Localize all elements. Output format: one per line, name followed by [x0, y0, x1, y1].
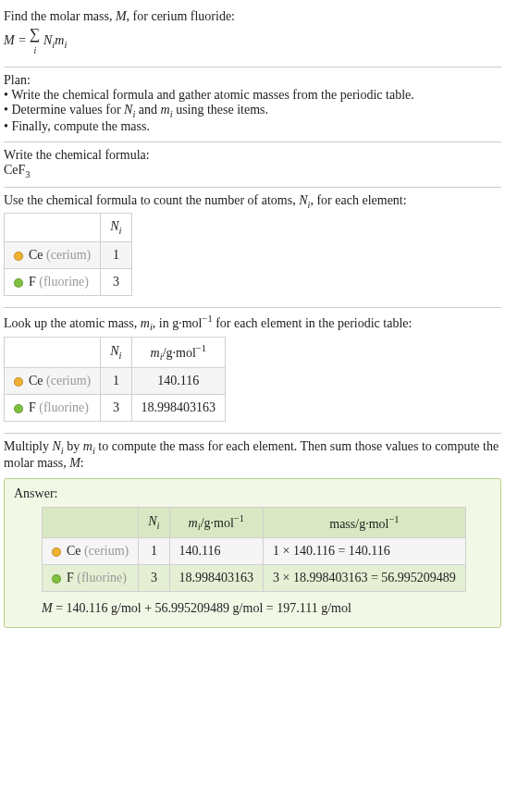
element-cell: F (fluorine): [5, 269, 101, 296]
plan-title: Plan:: [4, 73, 501, 88]
result-text: = 140.116 g/mol + 56.995209489 g/mol = 1…: [53, 601, 351, 615]
element-cell: Ce (cerium): [43, 538, 139, 565]
count-title-suffix: , for each element:: [310, 193, 406, 207]
count-table: Ni Ce (cerium) 1 F (fluorine) 3: [4, 213, 132, 296]
header-m-unit: /g·mol: [163, 345, 196, 359]
n-value: 1: [101, 242, 131, 269]
header-N: Ni: [139, 507, 169, 537]
formula-subscript: 3: [25, 169, 30, 179]
multiply-m: m: [83, 439, 92, 453]
element-label: (fluorine): [77, 571, 127, 584]
m-value: 140.116: [131, 368, 226, 395]
header-mass: mass/g·mol−1: [264, 507, 466, 537]
element-label: (fluorine): [39, 400, 89, 414]
element-symbol: F: [67, 571, 74, 584]
element-swatch-ce: [52, 547, 61, 557]
element-symbol: Ce: [29, 248, 43, 262]
mass-value: 1 × 140.116 = 140.116: [264, 538, 466, 565]
lookup-title-var: m: [141, 316, 150, 330]
sum-sub: i: [33, 45, 36, 55]
element-cell: Ce (cerium): [5, 368, 101, 395]
write-title: Write the chemical formula:: [4, 148, 501, 163]
header-m-unit-sup: −1: [234, 513, 244, 523]
header-m-unit-sup: −1: [196, 343, 206, 353]
multiply-text: Multiply Ni by mi to compute the mass fo…: [4, 439, 501, 471]
formula-m: m: [55, 33, 64, 47]
header-m-unit: /g·mol: [201, 516, 234, 530]
multiply-prefix: Multiply: [4, 439, 53, 453]
lookup-section: Look up the atomic mass, mi, in g·mol−1 …: [4, 308, 501, 434]
lookup-title-sup: −1: [202, 314, 212, 324]
chemical-formula: CeF3: [4, 163, 501, 179]
element-swatch-f: [52, 574, 61, 584]
table-row: F (fluorine) 3: [5, 269, 132, 296]
lookup-title-prefix: Look up the atomic mass,: [4, 316, 141, 330]
plan-var-m: m: [161, 103, 170, 117]
header-N: Ni: [101, 337, 131, 367]
answer-inner: Ni mi/g·mol−1 mass/g·mol−1 Ce (cerium) 1…: [14, 507, 491, 616]
sum-symbol: ∑: [30, 26, 40, 42]
m-value: 18.998403163: [131, 395, 226, 422]
count-section: Use the chemical formula to count the nu…: [4, 188, 501, 309]
intro-line: Find the molar mass, M, for cerium fluor…: [4, 9, 501, 24]
element-cell: F (fluorine): [5, 395, 101, 422]
element-symbol: Ce: [67, 544, 81, 558]
table-row: F (fluorine) 3 18.998403163: [5, 395, 226, 422]
molar-result: M = 140.116 g/mol + 56.995209489 g/mol =…: [42, 601, 491, 616]
header-N-sub: i: [157, 521, 160, 531]
m-value: 140.116: [169, 538, 264, 565]
multiply-section: Multiply Ni by mi to compute the mass fo…: [4, 434, 501, 628]
element-label: (fluorine): [39, 275, 89, 289]
count-title-prefix: Use the chemical formula to count the nu…: [4, 193, 299, 207]
header-N-sub: i: [119, 351, 122, 361]
table-row: Ce (cerium) 1 140.116: [5, 368, 226, 395]
element-swatch-f: [14, 278, 23, 288]
lookup-table: Ni mi/g·mol−1 Ce (cerium) 1 140.116 F (f…: [4, 337, 226, 422]
header-blank: [5, 214, 101, 242]
header-N-text: N: [110, 219, 118, 233]
element-swatch-f: [14, 404, 23, 413]
element-label: (cerium): [84, 544, 129, 558]
n-value: 3: [101, 269, 131, 296]
plan-item-2-text: Finally, compute the mass.: [11, 119, 150, 133]
header-N-text: N: [110, 344, 118, 358]
n-value: 3: [139, 565, 169, 592]
header-m: mi/g·mol−1: [131, 337, 226, 367]
formula-M-eq: M =: [4, 33, 30, 47]
plan-item-1-suffix: using these items.: [173, 103, 268, 117]
n-value: 1: [139, 538, 169, 565]
answer-title: Answer:: [14, 486, 491, 501]
element-symbol: F: [29, 275, 36, 289]
plan-section: Plan: • Write the chemical formula and g…: [4, 68, 501, 142]
plan-item-1-prefix: Determine values for: [11, 103, 124, 117]
table-row: F (fluorine) 3 18.998403163 3 × 18.99840…: [43, 565, 466, 592]
m-value: 18.998403163: [169, 565, 264, 592]
plan-item-0: • Write the chemical formula and gather …: [4, 88, 501, 103]
header-blank: [43, 507, 139, 537]
write-section: Write the chemical formula: CeF3: [4, 142, 501, 188]
answer-box: Answer: Ni mi/g·mol−1 mass/g·mol−1 Ce (c…: [4, 478, 501, 628]
formula-N: N: [43, 33, 52, 47]
header-N-text: N: [148, 514, 156, 528]
header-m-text: m: [151, 345, 160, 359]
lookup-title-suffix: for each element in the periodic table:: [213, 316, 413, 330]
plan-item-0-text: Write the chemical formula and gather at…: [11, 88, 414, 102]
lookup-title-mid: , in g·mol: [153, 316, 203, 330]
plan-item-1: • Determine values for Ni and mi using t…: [4, 103, 501, 119]
multiply-by: by: [64, 439, 83, 453]
mass-value: 3 × 18.998403163 = 56.995209489: [264, 565, 466, 592]
result-M: M: [42, 601, 53, 615]
element-label: (cerium): [46, 248, 91, 262]
multiply-N: N: [53, 439, 61, 453]
table-header-row: Ni: [5, 214, 132, 242]
header-blank: [5, 337, 101, 367]
header-m-text: m: [189, 516, 198, 530]
header-N: Ni: [101, 214, 131, 242]
multiply-M: M: [69, 456, 80, 470]
plan-item-2: • Finally, compute the mass.: [4, 119, 501, 134]
multiply-end: :: [80, 456, 84, 470]
count-title-var: N: [299, 193, 307, 207]
element-cell: F (fluorine): [43, 565, 139, 592]
intro-text-suffix: , for cerium fluoride:: [127, 9, 235, 23]
element-label: (cerium): [46, 374, 91, 388]
